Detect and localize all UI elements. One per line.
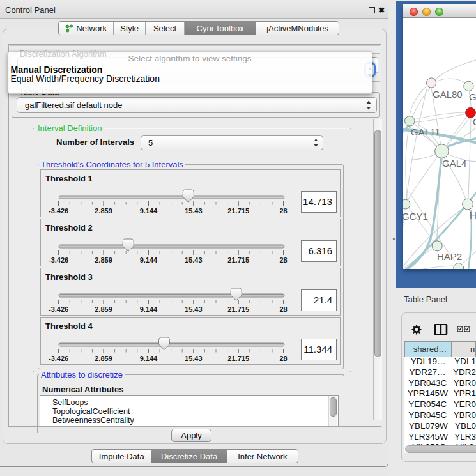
svg-text:9.144: 9.144 (140, 207, 158, 215)
svg-text:21.715: 21.715 (227, 305, 249, 313)
svg-text:9.144: 9.144 (140, 256, 158, 264)
svg-text:21.715: 21.715 (227, 355, 249, 362)
svg-text:C: C (473, 116, 476, 127)
svg-text:21.715: 21.715 (227, 207, 249, 215)
svg-text:21.715: 21.715 (227, 256, 249, 264)
svg-text:2.859: 2.859 (95, 305, 112, 313)
svg-text:HAP2: HAP2 (437, 251, 462, 262)
svg-text:-3.426: -3.426 (49, 207, 68, 215)
svg-text:GAL80: GAL80 (433, 89, 463, 100)
svg-text:28: 28 (279, 256, 287, 264)
svg-text:15.43: 15.43 (185, 355, 203, 362)
svg-text:-3.426: -3.426 (49, 355, 68, 362)
svg-text:GAL11: GAL11 (411, 127, 440, 137)
svg-text:28: 28 (279, 207, 287, 215)
svg-text:H: H (470, 210, 476, 220)
svg-text:15.43: 15.43 (185, 256, 203, 264)
svg-text:15.43: 15.43 (185, 305, 203, 313)
svg-text:GAL4: GAL4 (442, 158, 466, 169)
svg-text:GCY1: GCY1 (403, 211, 428, 222)
svg-text:15.43: 15.43 (185, 207, 203, 215)
svg-text:2.859: 2.859 (95, 355, 112, 362)
svg-text:GA: GA (469, 91, 476, 102)
svg-text:28: 28 (279, 355, 287, 362)
svg-text:2.859: 2.859 (95, 256, 112, 264)
svg-text:-3.426: -3.426 (49, 256, 68, 264)
svg-text:28: 28 (279, 305, 287, 313)
svg-text:-3.426: -3.426 (49, 305, 68, 313)
svg-text:9.144: 9.144 (140, 305, 158, 313)
svg-text:9.144: 9.144 (140, 355, 158, 362)
svg-text:2.859: 2.859 (95, 207, 112, 215)
